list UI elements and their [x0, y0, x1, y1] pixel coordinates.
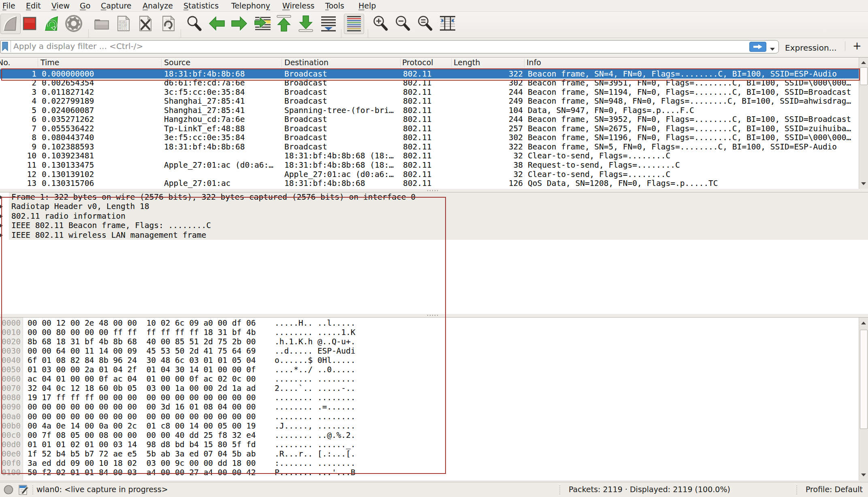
hex-ascii[interactable]: ........ ........: [275, 374, 356, 384]
hex-ascii[interactable]: .J....., ........: [275, 421, 356, 431]
menu-view[interactable]: View: [51, 1, 70, 10]
hex-bytes[interactable]: 1f 52 b4 b5 b7 72 ae e5 5b ab 3a ed 07 0…: [28, 449, 256, 459]
hex-ascii[interactable]: .R...r.. [.:...[.: [275, 449, 356, 459]
scroll-down-arrow[interactable]: [860, 471, 867, 478]
packet-row-8[interactable]: 80.0804437403e:f5:cc:0e:35:84Broadcast80…: [0, 133, 859, 142]
go-forward-button[interactable]: [229, 14, 249, 33]
column-separator[interactable]: [400, 59, 401, 67]
find-packet-button[interactable]: [185, 14, 204, 33]
hex-bytes[interactable]: 00 00 00 00 00 00 00 00 00 00 00 00 00 0…: [28, 412, 256, 421]
hex-bytes[interactable]: 00 7f 08 05 00 08 00 00 00 00 40 dd 25 f…: [28, 431, 256, 440]
resize-columns-button[interactable]: [438, 14, 457, 33]
open-file-button[interactable]: [92, 14, 111, 33]
column-separator[interactable]: [282, 59, 282, 67]
hex-ascii[interactable]: 2....`.. .....-..: [275, 384, 356, 393]
expander-triangle-icon[interactable]: [0, 204, 3, 209]
expander-triangle-icon[interactable]: [0, 194, 3, 200]
menu-help[interactable]: Help: [358, 1, 376, 10]
packet-row-7[interactable]: 70.055536422Tp-LinkT_ef:48:88Broadcast80…: [0, 124, 859, 133]
hex-ascii[interactable]: ........ ......_.: [275, 440, 356, 449]
packet-row-11[interactable]: 110.130133475Apple_27:01:ac (d0:a6:…18:3…: [0, 160, 859, 170]
column-separator[interactable]: [38, 59, 38, 67]
restart-capture-button[interactable]: [42, 14, 61, 33]
scroll-up-arrow[interactable]: [860, 320, 867, 326]
column-separator[interactable]: [161, 59, 162, 67]
go-to-last-button[interactable]: [296, 14, 316, 33]
go-back-button[interactable]: [207, 14, 227, 33]
expert-info-button[interactable]: [3, 484, 14, 497]
filter-bookmark-button[interactable]: [1, 41, 11, 52]
column-header-destination[interactable]: Destination: [284, 58, 328, 67]
column-separator[interactable]: [524, 59, 525, 67]
hex-ascii[interactable]: ........ ..@.%.2.: [275, 431, 356, 440]
packet-row-3[interactable]: 30.0118271423c:f5:cc:0e:35:84Broadcast80…: [0, 87, 859, 97]
display-filter-input[interactable]: Apply a display filter ... <Ctrl-/>: [0, 40, 779, 53]
scroll-up-arrow[interactable]: [860, 60, 867, 66]
packet-row-4[interactable]: 40.022799189Shanghai_27:85:41Broadcast80…: [0, 96, 859, 106]
packet-list-scrollbar[interactable]: [859, 58, 868, 189]
packet-row-6[interactable]: 60.035271262Hangzhou_cd:7a:6eBroadcast80…: [0, 115, 859, 124]
go-to-packet-button[interactable]: [252, 14, 271, 33]
detail-row-1[interactable]: Radiotap Header v0, Length 18: [0, 202, 868, 211]
detail-row-2[interactable]: 802.11 radio information: [0, 211, 868, 221]
packet-row-2[interactable]: 20.002654354d6:61:fe:cd:7a:6eBroadcast80…: [0, 78, 859, 87]
stop-capture-button[interactable]: [20, 14, 39, 33]
zoom-out-button[interactable]: [393, 14, 413, 33]
expander-triangle-icon[interactable]: [0, 233, 3, 238]
hex-bytes[interactable]: 50 f2 02 01 01 84 00 03 a4 00 00 27 a4 0…: [28, 468, 256, 477]
packet-row-13[interactable]: 130.130315706Apple_27:01:ac18:31:bf:4b:8…: [0, 179, 859, 188]
auto-scroll-button[interactable]: [319, 14, 338, 33]
scroll-down-arrow[interactable]: [860, 180, 867, 187]
hex-ascii[interactable]: ........ ........: [275, 412, 356, 421]
scrollbar-thumb[interactable]: [860, 330, 868, 429]
menu-statistics[interactable]: Statistics: [183, 1, 219, 10]
packet-row-5[interactable]: 50.024060087Shanghai_27:85:41Spanning-tr…: [0, 106, 859, 115]
hex-ascii[interactable]: ..d..... ESP-Audi: [275, 346, 356, 356]
menu-edit[interactable]: Edit: [26, 1, 41, 10]
hex-bytes[interactable]: 00 00 00 00 00 00 00 00 00 3d 16 01 08 0…: [28, 402, 256, 412]
scrollbar-thumb[interactable]: [860, 67, 868, 85]
expander-triangle-icon[interactable]: [0, 213, 3, 219]
menu-analyze[interactable]: Analyze: [143, 1, 173, 10]
hex-bytes[interactable]: 01 03 00 00 2a 01 04 2f 01 04 30 14 01 0…: [28, 365, 256, 374]
hex-bytes[interactable]: 01 01 01 02 01 00 03 14 98 d8 bd b4 15 8…: [28, 440, 256, 449]
hex-bytes[interactable]: 6f 01 08 82 84 8b 96 24 30 48 6c 03 01 0…: [28, 356, 256, 365]
hex-ascii[interactable]: ........ .....1.K: [275, 328, 356, 337]
packet-bytes-scrollbar[interactable]: [859, 318, 868, 480]
pane-splitter[interactable]: [0, 189, 868, 192]
hex-bytes[interactable]: 32 04 0c 12 18 60 0b 05 03 00 1a 00 00 2…: [28, 384, 256, 393]
hex-bytes[interactable]: 00 00 64 00 11 14 00 09 45 53 50 2d 41 7…: [28, 346, 256, 356]
column-separator[interactable]: [451, 59, 452, 67]
start-capture-button[interactable]: [0, 14, 21, 34]
menu-telephony[interactable]: Telephony: [231, 1, 270, 10]
menu-file[interactable]: File: [2, 1, 15, 10]
expression-button[interactable]: Expression...: [785, 43, 837, 53]
menu-tools[interactable]: Tools: [325, 1, 344, 10]
packet-row-1[interactable]: 10.00000000018:31:bf:4b:8b:68Broadcast80…: [0, 69, 859, 79]
close-file-button[interactable]: [136, 14, 155, 33]
column-header-length[interactable]: Length: [454, 58, 480, 67]
capture-comment-button[interactable]: [18, 484, 29, 497]
hex-ascii[interactable]: :....... ........: [275, 459, 356, 468]
zoom-100-button[interactable]: [416, 14, 435, 33]
hex-ascii[interactable]: ........ ........: [275, 393, 356, 402]
detail-row-4[interactable]: IEEE 802.11 wireless LAN management fram…: [0, 230, 868, 240]
save-file-button[interactable]: 0101 0110 0111: [114, 14, 133, 33]
column-header-no[interactable]: No.: [0, 58, 11, 67]
packet-row-12[interactable]: 120.130139102Apple_27:01:ac (d0:a6:…802.…: [0, 170, 859, 179]
hex-bytes[interactable]: 19 17 ff ff ff 00 00 00 00 00 00 00 00 0…: [28, 393, 256, 402]
packet-row-10[interactable]: 100.10392348118:31:bf:4b:8b:68 (18:…802.…: [0, 151, 859, 160]
hex-ascii[interactable]: .....H.. ..l.....: [275, 318, 356, 328]
hex-bytes[interactable]: 00 00 80 00 00 00 ff ff ff ff ff ff 18 3…: [28, 328, 256, 337]
hex-bytes[interactable]: 00 4a 0e 14 00 0a 00 2c 01 c8 00 14 00 0…: [28, 421, 256, 431]
menu-capture[interactable]: Capture: [101, 1, 132, 10]
packet-row-9[interactable]: 90.10238859318:31:bf:4b:8b:68Broadcast80…: [0, 142, 859, 151]
reload-file-button[interactable]: 101 011: [159, 14, 178, 33]
capture-options-button[interactable]: [64, 14, 83, 33]
pane-splitter[interactable]: [0, 314, 868, 317]
colorize-packets-button[interactable]: [344, 14, 364, 34]
zoom-in-button[interactable]: [371, 14, 390, 33]
hex-ascii[interactable]: .h.1.K.h @..Q-u+.: [275, 337, 356, 346]
menu-wireless[interactable]: Wireless: [282, 1, 315, 10]
profile-text[interactable]: Profile: Default: [806, 485, 863, 494]
